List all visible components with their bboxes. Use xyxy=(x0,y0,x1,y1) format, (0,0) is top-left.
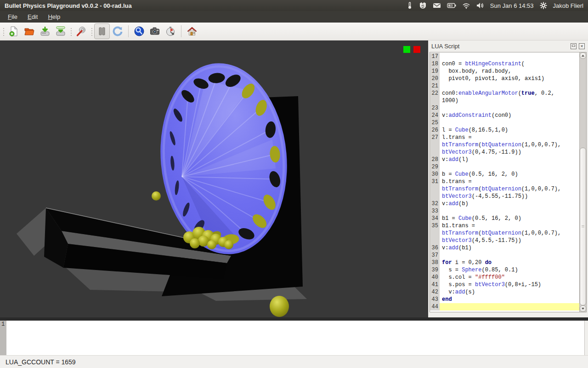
code-line[interactable]: 41 s.pos = btVector3(0,8+i,-15) xyxy=(430,281,579,288)
timer-button[interactable] xyxy=(163,23,178,39)
code-line[interactable]: btVector3(-4,5.55,-11.75)) xyxy=(430,193,579,200)
code-line[interactable]: 28v:add(l) xyxy=(430,156,579,163)
code-line[interactable]: 17 xyxy=(430,53,579,60)
toolbar-grip-handle[interactable] xyxy=(2,25,5,37)
line-number: 44 xyxy=(430,303,440,310)
code-line[interactable]: 38for i = 0,20 do xyxy=(430,259,579,266)
new-file-button[interactable] xyxy=(6,23,22,39)
save-file-as-button[interactable] xyxy=(53,23,68,39)
code-line[interactable]: 19 box.body, rad.body, xyxy=(430,68,579,75)
code-lines[interactable]: 1718con0 = btHingeConstraint(19 box.body… xyxy=(430,52,579,312)
code-line[interactable]: 1000) xyxy=(430,97,579,104)
mail-icon[interactable] xyxy=(433,2,441,9)
toolbar xyxy=(0,23,588,40)
volume-icon[interactable] xyxy=(476,2,484,9)
code-line[interactable]: 20 pivot0, pivot1, axis0, axis1) xyxy=(430,75,579,82)
scrollbar-thumb[interactable] xyxy=(580,148,586,305)
scroll-up-button[interactable] xyxy=(580,52,586,59)
code-editor[interactable]: 1718con0 = btHingeConstraint(19 box.body… xyxy=(430,52,587,312)
code-line[interactable]: btVector3(0,4.75,-11.9)) xyxy=(430,149,579,156)
code-line[interactable]: 26l = Cube(8,16.5,1,0) xyxy=(430,126,579,134)
line-number: 33 xyxy=(430,207,440,215)
menu-help[interactable]: Help xyxy=(43,12,65,22)
status-indicator-red xyxy=(413,46,420,53)
float-panel-button[interactable] xyxy=(571,43,577,49)
clock-label[interactable]: Sun Jan 6 14:53 xyxy=(490,2,534,9)
floating-sphere xyxy=(152,191,161,201)
line-number: 32 xyxy=(430,200,440,207)
code-line[interactable]: 32v:add(b) xyxy=(430,200,579,207)
username-label[interactable]: Jakob Flierl xyxy=(553,2,583,9)
tools-button[interactable] xyxy=(74,23,89,39)
code-line[interactable]: 23 xyxy=(430,104,579,112)
line-number: 39 xyxy=(430,266,440,274)
menu-file[interactable]: File xyxy=(3,12,23,22)
line-number: 43 xyxy=(430,296,440,303)
viewport-3d[interactable] xyxy=(0,40,428,317)
code-line[interactable]: 37 xyxy=(430,252,579,259)
code-line[interactable]: 43end xyxy=(430,296,579,303)
battery-icon[interactable] xyxy=(447,3,456,8)
thermometer-icon[interactable] xyxy=(407,2,413,9)
screenshot-button[interactable] xyxy=(147,23,163,39)
splitter-handle[interactable] xyxy=(0,317,588,321)
line-number xyxy=(430,149,440,156)
code-line[interactable]: 24v:addConstraint(con0) xyxy=(430,112,579,119)
scrollbar-track[interactable] xyxy=(580,59,586,305)
editor-scrollbar[interactable] xyxy=(579,52,586,312)
code-line[interactable]: 31b.trans = xyxy=(430,178,579,185)
line-number: 38 xyxy=(430,259,440,266)
code-line[interactable]: 18con0 = btHingeConstraint( xyxy=(430,60,579,68)
refresh-button[interactable] xyxy=(110,23,125,39)
code-line[interactable]: btTransform(btQuaternion(1,0,0,0.7), xyxy=(430,141,579,149)
line-number: 36 xyxy=(430,244,440,252)
close-panel-button[interactable]: × xyxy=(579,43,585,49)
panel-header: LUA Script × xyxy=(428,40,588,52)
menu-edit[interactable]: Edit xyxy=(23,12,43,22)
code-line[interactable]: 36v:add(b1) xyxy=(430,244,579,252)
line-number xyxy=(430,230,440,237)
console-input[interactable] xyxy=(6,321,585,355)
session-gear-icon[interactable] xyxy=(540,2,547,9)
sync-icon[interactable] xyxy=(419,2,427,9)
status-indicator-green xyxy=(403,46,410,53)
code-line[interactable]: 34b1 = Cube(0.5, 16, 2, 0) xyxy=(430,215,579,222)
pause-button[interactable] xyxy=(94,23,110,39)
code-line[interactable]: 21 xyxy=(430,82,579,90)
toolbar-grip-handle[interactable] xyxy=(69,25,73,37)
save-file-button[interactable] xyxy=(37,23,53,39)
code-line[interactable]: 29 xyxy=(430,163,579,171)
toolbar-grip-handle[interactable] xyxy=(90,25,93,37)
console-line-number: 1 xyxy=(0,321,6,355)
code-line[interactable]: 27l.trans = xyxy=(430,134,579,141)
wifi-icon[interactable] xyxy=(462,3,470,9)
code-line[interactable]: 40 s.col = "#ffff00" xyxy=(430,274,579,281)
code-line[interactable]: btTransform(btQuaternion(1,0,0,0.7), xyxy=(430,185,579,193)
line-number: 26 xyxy=(430,126,440,134)
scroll-down-button[interactable] xyxy=(580,305,586,312)
open-file-button[interactable] xyxy=(22,23,37,39)
code-line[interactable]: 22con0:enableAngularMotor(true, 0.2, xyxy=(430,90,579,97)
line-number: 23 xyxy=(430,104,440,112)
viewport-3d-scene[interactable] xyxy=(0,40,428,317)
home-button[interactable] xyxy=(184,23,200,39)
status-bar: LUA_GCCOUNT = 1659 xyxy=(0,355,588,368)
fallen-sphere xyxy=(270,296,289,317)
line-number xyxy=(430,141,440,149)
line-number xyxy=(430,185,440,193)
line-number: 42 xyxy=(430,288,440,296)
run-button[interactable] xyxy=(131,23,147,39)
code-line[interactable]: 35b1.trans = xyxy=(430,222,579,230)
code-line[interactable]: 44 xyxy=(430,303,579,310)
line-number xyxy=(430,237,440,244)
code-line[interactable]: btVector3(4,5.5,-11.75)) xyxy=(430,237,579,244)
code-line[interactable]: btTransform(btQuaternion(1,0,0,0.7), xyxy=(430,230,579,237)
code-line[interactable]: 25 xyxy=(430,119,579,126)
code-line[interactable]: 39 s = Sphere(0.85, 0.1) xyxy=(430,266,579,274)
line-number: 28 xyxy=(430,156,440,163)
line-number: 22 xyxy=(430,90,440,97)
code-line[interactable]: 42 v:add(s) xyxy=(430,288,579,296)
code-line[interactable]: 30b = Cube(0.5, 16, 2, 0) xyxy=(430,171,579,178)
code-line[interactable]: 33 xyxy=(430,207,579,215)
line-number: 41 xyxy=(430,281,440,288)
